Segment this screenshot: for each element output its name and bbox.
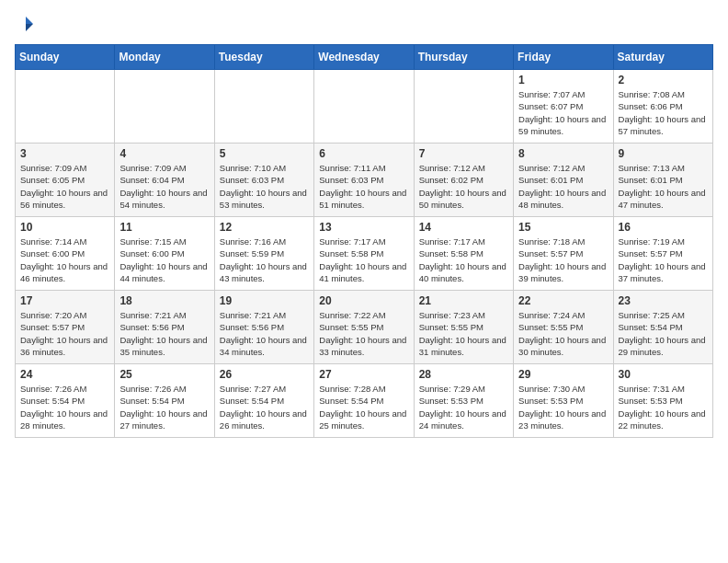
calendar-day-cell: 18Sunrise: 7:21 AM Sunset: 5:56 PM Dayli… [115,291,214,364]
calendar-day-cell [314,70,414,144]
day-info: Sunrise: 7:16 AM Sunset: 5:59 PM Dayligh… [220,236,309,284]
day-number: 16 [619,221,708,234]
weekday-header-cell: Friday [514,45,613,70]
calendar-day-cell: 6Sunrise: 7:11 AM Sunset: 6:03 PM Daylig… [314,144,414,217]
logo [15,15,35,33]
day-number: 21 [419,294,508,307]
day-number: 1 [518,74,608,86]
day-number: 15 [518,221,608,234]
calendar-day-cell: 8Sunrise: 7:12 AM Sunset: 6:01 PM Daylig… [514,144,613,217]
calendar-day-cell: 21Sunrise: 7:23 AM Sunset: 5:55 PM Dayli… [414,291,513,364]
day-number: 10 [20,221,109,234]
calendar-day-cell: 1Sunrise: 7:07 AM Sunset: 6:07 PM Daylig… [514,70,613,144]
calendar-day-cell [16,70,115,144]
calendar-day-cell: 30Sunrise: 7:31 AM Sunset: 5:53 PM Dayli… [613,364,712,438]
calendar-day-cell: 5Sunrise: 7:10 AM Sunset: 6:03 PM Daylig… [214,144,313,217]
day-number: 20 [319,294,408,307]
page-header [15,15,713,33]
day-info: Sunrise: 7:19 AM Sunset: 5:57 PM Dayligh… [619,236,708,284]
weekday-header-cell: Sunday [16,45,115,70]
day-number: 30 [619,368,708,381]
day-number: 8 [518,147,608,160]
calendar-day-cell: 20Sunrise: 7:22 AM Sunset: 5:55 PM Dayli… [314,291,414,364]
day-number: 23 [619,294,708,307]
weekday-header-row: SundayMondayTuesdayWednesdayThursdayFrid… [16,45,713,70]
calendar-day-cell: 4Sunrise: 7:09 AM Sunset: 6:04 PM Daylig… [115,144,214,217]
day-info: Sunrise: 7:25 AM Sunset: 5:54 PM Dayligh… [619,309,708,358]
day-number: 3 [20,147,109,160]
day-number: 14 [419,221,508,234]
svg-marker-0 [26,17,33,24]
day-info: Sunrise: 7:27 AM Sunset: 5:54 PM Dayligh… [220,383,309,431]
calendar-day-cell: 7Sunrise: 7:12 AM Sunset: 6:02 PM Daylig… [414,144,513,217]
calendar-day-cell: 16Sunrise: 7:19 AM Sunset: 5:57 PM Dayli… [613,217,712,291]
day-info: Sunrise: 7:29 AM Sunset: 5:53 PM Dayligh… [419,383,508,431]
day-number: 25 [119,368,209,381]
calendar-day-cell: 9Sunrise: 7:13 AM Sunset: 6:01 PM Daylig… [613,144,712,217]
day-number: 27 [319,368,408,381]
calendar-day-cell: 27Sunrise: 7:28 AM Sunset: 5:54 PM Dayli… [314,364,414,438]
calendar-day-cell: 15Sunrise: 7:18 AM Sunset: 5:57 PM Dayli… [514,217,613,291]
calendar-week-row: 10Sunrise: 7:14 AM Sunset: 6:00 PM Dayli… [16,217,713,291]
day-info: Sunrise: 7:17 AM Sunset: 5:58 PM Dayligh… [419,236,508,284]
svg-marker-1 [26,24,33,31]
calendar-day-cell: 11Sunrise: 7:15 AM Sunset: 6:00 PM Dayli… [115,217,214,291]
day-info: Sunrise: 7:30 AM Sunset: 5:53 PM Dayligh… [518,383,608,431]
day-info: Sunrise: 7:31 AM Sunset: 5:53 PM Dayligh… [619,383,708,431]
calendar-day-cell: 25Sunrise: 7:26 AM Sunset: 5:54 PM Dayli… [115,364,214,438]
day-info: Sunrise: 7:08 AM Sunset: 6:06 PM Dayligh… [619,88,708,137]
day-number: 11 [119,221,209,234]
calendar-week-row: 3Sunrise: 7:09 AM Sunset: 6:05 PM Daylig… [16,144,713,217]
day-number: 17 [20,294,109,307]
calendar-table: SundayMondayTuesdayWednesdayThursdayFrid… [15,44,713,438]
day-info: Sunrise: 7:12 AM Sunset: 6:02 PM Dayligh… [419,162,508,211]
day-info: Sunrise: 7:14 AM Sunset: 6:00 PM Dayligh… [20,236,109,284]
day-info: Sunrise: 7:22 AM Sunset: 5:55 PM Dayligh… [319,309,408,358]
calendar-day-cell: 19Sunrise: 7:21 AM Sunset: 5:56 PM Dayli… [214,291,313,364]
calendar-day-cell: 24Sunrise: 7:26 AM Sunset: 5:54 PM Dayli… [16,364,115,438]
day-number: 4 [119,147,209,160]
day-number: 29 [518,368,608,381]
calendar-week-row: 1Sunrise: 7:07 AM Sunset: 6:07 PM Daylig… [16,70,713,144]
calendar-body: 1Sunrise: 7:07 AM Sunset: 6:07 PM Daylig… [16,70,713,438]
day-info: Sunrise: 7:23 AM Sunset: 5:55 PM Dayligh… [419,309,508,358]
day-info: Sunrise: 7:26 AM Sunset: 5:54 PM Dayligh… [119,383,209,431]
day-info: Sunrise: 7:09 AM Sunset: 6:05 PM Dayligh… [20,162,109,211]
calendar-day-cell: 2Sunrise: 7:08 AM Sunset: 6:06 PM Daylig… [613,70,712,144]
weekday-header-cell: Tuesday [214,45,313,70]
day-number: 13 [319,221,408,234]
day-number: 28 [419,368,508,381]
day-info: Sunrise: 7:26 AM Sunset: 5:54 PM Dayligh… [20,383,109,431]
calendar-day-cell: 14Sunrise: 7:17 AM Sunset: 5:58 PM Dayli… [414,217,513,291]
day-info: Sunrise: 7:13 AM Sunset: 6:01 PM Dayligh… [619,162,708,211]
day-info: Sunrise: 7:24 AM Sunset: 5:55 PM Dayligh… [518,309,608,358]
day-number: 2 [619,74,708,86]
calendar-day-cell [414,70,513,144]
logo-icon [17,15,35,33]
day-number: 6 [319,147,408,160]
day-number: 12 [220,221,309,234]
day-info: Sunrise: 7:12 AM Sunset: 6:01 PM Dayligh… [518,162,608,211]
day-number: 5 [220,147,309,160]
day-info: Sunrise: 7:18 AM Sunset: 5:57 PM Dayligh… [518,236,608,284]
day-number: 9 [619,147,708,160]
day-number: 24 [20,368,109,381]
day-info: Sunrise: 7:07 AM Sunset: 6:07 PM Dayligh… [518,88,608,137]
calendar-day-cell [214,70,313,144]
weekday-header-cell: Thursday [414,45,513,70]
calendar-day-cell: 28Sunrise: 7:29 AM Sunset: 5:53 PM Dayli… [414,364,513,438]
day-number: 7 [419,147,508,160]
day-info: Sunrise: 7:28 AM Sunset: 5:54 PM Dayligh… [319,383,408,431]
day-info: Sunrise: 7:21 AM Sunset: 5:56 PM Dayligh… [119,309,209,358]
day-info: Sunrise: 7:09 AM Sunset: 6:04 PM Dayligh… [119,162,209,211]
calendar-week-row: 17Sunrise: 7:20 AM Sunset: 5:57 PM Dayli… [16,291,713,364]
weekday-header-cell: Wednesday [314,45,414,70]
day-info: Sunrise: 7:17 AM Sunset: 5:58 PM Dayligh… [319,236,408,284]
weekday-header-cell: Monday [115,45,214,70]
day-number: 22 [518,294,608,307]
calendar-day-cell: 29Sunrise: 7:30 AM Sunset: 5:53 PM Dayli… [514,364,613,438]
day-number: 26 [220,368,309,381]
day-number: 18 [119,294,209,307]
weekday-header-cell: Saturday [613,45,712,70]
day-info: Sunrise: 7:10 AM Sunset: 6:03 PM Dayligh… [220,162,309,211]
